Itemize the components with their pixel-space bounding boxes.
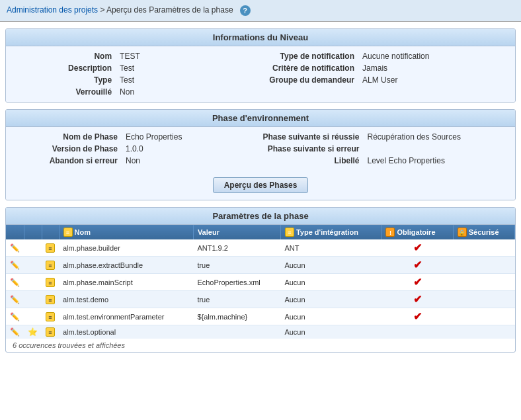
param-value: true [193,291,280,308]
action-col2 [24,257,42,274]
breadcrumb-admin[interactable]: Administration des projets [7,5,98,15]
param-securise [453,257,514,274]
type-notification-value: Aucune notification [358,50,508,62]
table-row: ✏️≡alm.phase.builderANT1.9.2ANT✔ [6,239,515,257]
nom-phase-label: Nom de Phase [13,131,122,143]
th-obligatoire-icon: ! [385,228,395,237]
phase-suivante-erreur-value [363,143,508,155]
param-value: true [193,257,280,274]
param-name: alm.test.environmentParameter [59,308,193,325]
edit-icon[interactable]: ✏️ [10,243,20,253]
action-col2 [24,291,42,308]
apercu-phases-button[interactable]: Aperçu des Phases [213,177,309,193]
edit-icon[interactable]: ✏️ [10,295,20,304]
param-type-integration: Aucun [280,257,381,274]
param-obligatoire: ✔ [381,308,453,325]
th-obligatoire-label: Obligatoire [397,228,435,236]
param-securise [453,308,514,325]
action-col2 [24,239,42,257]
table-row: ✏️≡alm.test.environmentParameter${alm.ma… [6,308,515,325]
th-type-integration: ≡ Type d'intégration [280,225,381,239]
param-icon: ≡ [46,295,55,304]
nom-label: Nom [13,50,116,62]
libelle-value: Level Echo Properties [363,155,508,167]
edit-icon[interactable]: ✏️ [10,327,20,337]
description-value: Test [116,62,172,74]
check-obligatoire-icon: ✔ [413,259,422,271]
version-phase-label: Version de Phase [13,143,122,155]
check-obligatoire-icon: ✔ [413,294,422,305]
verrouille-value: Non [116,86,172,98]
param-type-col: ≡ [42,325,59,339]
table-row: ✏️⭐≡alm.test.optionalAucun [6,325,515,339]
info-row-type: Type Test Groupe du demandeur ALM User [13,74,508,86]
param-obligatoire: ✔ [381,274,453,291]
params-header-row: ≡ Nom Valeur ≡ Type d'intégration ! Obli… [6,225,515,239]
breadcrumb-separator: > [100,5,106,15]
th-nom: ≡ Nom [59,225,193,239]
critere-notification-value: Jamais [358,62,508,74]
th-col3 [42,225,59,239]
phase-row-version: Version de Phase 1.0.0 Phase suivante si… [13,143,508,155]
version-phase-value: 1.0.0 [122,143,214,155]
table-row: ✏️≡alm.phase.mainScriptEchoProperties.xm… [6,274,515,291]
params-table: ≡ Nom Valeur ≡ Type d'intégration ! Obli… [6,225,515,339]
breadcrumb: Administration des projets > Aperçu des … [0,0,521,22]
param-value: EchoProperties.xml [193,274,280,291]
param-value: ${alm.machine} [193,308,280,325]
star-icon[interactable]: ⭐ [28,327,38,337]
apercu-btn-container: Aperçu des Phases [6,171,515,200]
param-name: alm.phase.extractBundle [59,257,193,274]
th-type-icon: ≡ [285,228,294,237]
th-col2 [24,225,42,239]
param-type-col: ≡ [42,291,59,308]
info-row-description: Description Test Critère de notification… [13,62,508,74]
param-icon: ≡ [46,327,55,337]
param-name: alm.test.optional [59,325,193,339]
phase-env-section: Phase d'environnement Nom de Phase Echo … [5,109,516,200]
groupe-demandeur-label: Groupe du demandeur [173,74,359,86]
breadcrumb-current: Aperçu des Paramètres de la phase [106,5,233,15]
action-col1: ✏️ [6,239,24,257]
th-securise: 🔒 Sécurisé [453,225,514,239]
phase-suivante-reussie-value: Récupération des Sources [363,131,508,143]
action-col1: ✏️ [6,325,24,339]
groupe-demandeur-value: ALM User [358,74,508,86]
params-footer: 6 occurences trouvées et affichées [6,339,515,352]
phase-suivante-erreur-label: Phase suivante si erreur [214,143,363,155]
verrouille-label: Verrouillé [13,86,116,98]
phase-env-title: Phase d'environnement [6,110,515,127]
param-type-integration: Aucun [280,274,381,291]
param-type-integration: Aucun [280,325,381,339]
help-icon[interactable]: ? [240,5,251,16]
param-obligatoire: ✔ [381,291,453,308]
edit-icon[interactable]: ✏️ [10,261,20,270]
param-obligatoire: ✔ [381,239,453,257]
params-title: Paramètres de la phase [6,208,515,225]
info-niveau-section: Informations du Niveau Nom TEST Type de … [5,28,516,103]
th-valeur: Valeur [193,225,280,239]
check-obligatoire-icon: ✔ [413,311,422,322]
param-type-col: ≡ [42,274,59,291]
th-securise-icon: 🔒 [458,228,467,237]
param-obligatoire: ✔ [381,257,453,274]
param-type-col: ≡ [42,239,59,257]
params-section: Paramètres de la phase ≡ Nom Valeur ≡ Ty… [5,207,516,353]
edit-icon[interactable]: ✏️ [10,312,20,321]
param-name: alm.test.demo [59,291,193,308]
param-icon: ≡ [46,278,55,287]
th-nom-icon: ≡ [63,228,73,237]
edit-icon[interactable]: ✏️ [10,278,20,287]
action-col1: ✏️ [6,274,24,291]
param-obligatoire [381,325,453,339]
th-type-label: Type d'intégration [296,228,358,236]
param-securise [453,325,514,339]
param-type-integration: Aucun [280,291,381,308]
action-col2: ⭐ [24,325,42,339]
info-row-verrouille: Verrouillé Non [13,86,508,98]
action-col1: ✏️ [6,291,24,308]
phase-env-content: Nom de Phase Echo Properties Phase suiva… [6,127,515,171]
nom-phase-value: Echo Properties [122,131,214,143]
param-name: alm.phase.builder [59,239,193,257]
param-type-col: ≡ [42,257,59,274]
